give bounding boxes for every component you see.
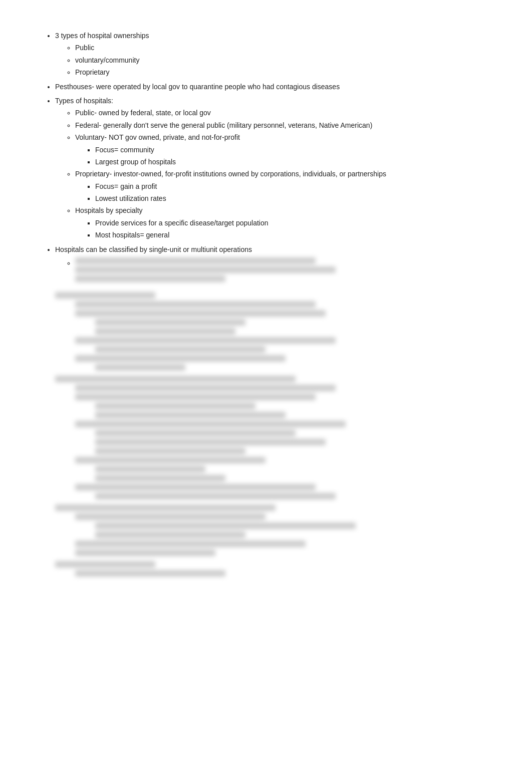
bullet-text: Pesthouses- were operated by local gov t… (55, 83, 340, 91)
list-item-public: Public- owned by federal, state, or loca… (75, 107, 492, 118)
classified-sub-list (55, 257, 492, 282)
bullet-text: Hospitals can be classified by single-un… (55, 245, 252, 253)
list-item-types-of-hospitals: Types of hospitals: Public- owned by fed… (55, 95, 492, 241)
list-item-federal: Federal- generally don't serve the gener… (75, 120, 492, 131)
list-item-lowest-utilization: Lowest utilization rates (95, 193, 492, 204)
list-item-proprietary: Proprietary- investor-owned, for-profit … (75, 168, 492, 204)
list-item-specialty: Hospitals by specialty Provide services … (75, 205, 492, 240)
list-item: Proprietary (75, 67, 492, 78)
list-item: Provide services for a specific disease/… (95, 217, 492, 228)
bullet-text: Types of hospitals: (55, 97, 113, 105)
voluntary-sub-list: Focus= community Largest group of hospit… (75, 144, 492, 168)
list-item-hospital-ownerships: 3 types of hospital ownerships Public vo… (55, 30, 492, 78)
hospital-types-list: Public- owned by federal, state, or loca… (55, 107, 492, 240)
ownership-types-list: Public voluntary/community Proprietary (55, 42, 492, 78)
specialty-sub-list: Provide services for a specific disease/… (75, 217, 492, 241)
list-item-classified: Hospitals can be classified by single-un… (55, 244, 492, 282)
list-item-pesthouses: Pesthouses- were operated by local gov t… (55, 81, 492, 92)
main-list: 3 types of hospital ownerships Public vo… (40, 30, 492, 282)
list-item-voluntary: Voluntary- NOT gov owned, private, and n… (75, 132, 492, 167)
list-item: Public (75, 42, 492, 53)
list-item-blurred-1 (75, 257, 492, 282)
list-item: Most hospitals= general (95, 229, 492, 240)
proprietary-sub-list: Focus= gain a profit Lowest utilization … (75, 181, 492, 204)
bullet-text: 3 types of hospital ownerships (55, 32, 149, 40)
list-item: Focus= gain a profit (95, 181, 492, 192)
blurred-section (40, 292, 492, 577)
list-item: voluntary/community (75, 55, 492, 66)
list-item: Largest group of hospitals (95, 156, 492, 167)
list-item: Focus= community (95, 144, 492, 155)
